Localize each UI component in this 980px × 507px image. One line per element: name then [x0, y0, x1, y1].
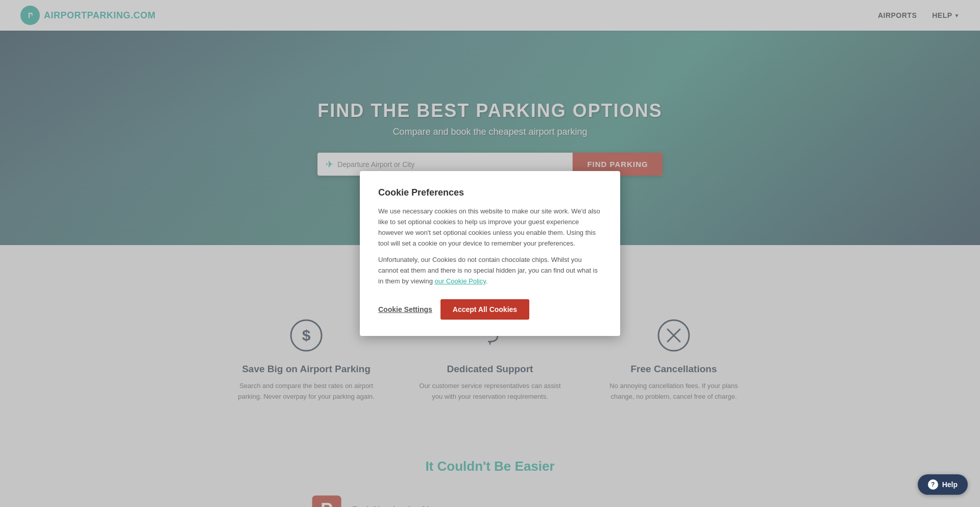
cookie-modal-title: Cookie Preferences — [378, 187, 602, 198]
accept-all-cookies-button[interactable]: Accept All Cookies — [440, 299, 529, 320]
help-fab-label: Help — [942, 480, 958, 489]
help-fab-icon: ? — [928, 479, 938, 490]
cookie-modal-body2: Unfortunately, our Cookies do not contai… — [378, 255, 602, 286]
cookie-policy-link[interactable]: our Cookie Policy — [435, 277, 486, 285]
cookie-modal-body1: We use necessary cookies on this website… — [378, 206, 602, 249]
cookie-settings-button[interactable]: Cookie Settings — [378, 305, 432, 313]
help-fab-button[interactable]: ? Help — [918, 474, 968, 495]
cookie-modal-actions: Cookie Settings Accept All Cookies — [378, 299, 602, 320]
cookie-modal: Cookie Preferences We use necessary cook… — [360, 171, 620, 336]
modal-overlay: Cookie Preferences We use necessary cook… — [0, 0, 980, 507]
